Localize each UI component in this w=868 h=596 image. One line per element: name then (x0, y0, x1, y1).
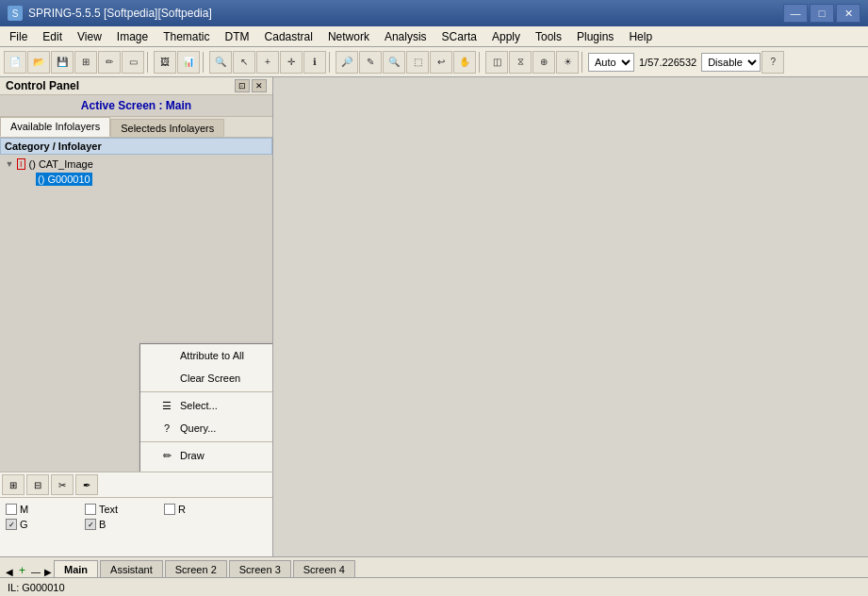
maximize-button[interactable]: □ (810, 4, 834, 23)
cb-r-box[interactable] (164, 504, 175, 515)
panel-float-button[interactable]: ⊡ (235, 79, 250, 92)
cb-text[interactable]: Text (85, 504, 160, 515)
tb-save[interactable]: 💾 (51, 51, 74, 74)
toolbar: 📄 📂 💾 ⊞ ✏ ▭ 🖼 📊 🔍 ↖ + ✛ ℹ 🔎 ✎ 🔍 ⬚ ↩ ✋ ◫ … (0, 47, 868, 77)
tb-back[interactable]: ↩ (430, 51, 452, 74)
expand-icon[interactable]: ▼ (2, 159, 17, 169)
query-icon: ? (159, 421, 174, 436)
tb-open[interactable]: 📂 (27, 51, 50, 74)
node-icon: I (17, 158, 25, 170)
cb-g-label: G (20, 519, 28, 530)
ctx-attribute-to-all[interactable]: Attribute to All (140, 344, 272, 367)
tree-node-cat-image[interactable]: ▼ I () CAT_Image (2, 157, 270, 172)
menu-edit[interactable]: Edit (35, 26, 70, 46)
tb-zoom-out[interactable]: 🔍 (383, 51, 405, 74)
ctx-draw[interactable]: ✏ Draw (140, 444, 272, 467)
tb-new[interactable]: 📄 (4, 51, 26, 74)
status-bar: ◀ + — ▶ Main Assistant Screen 2 Screen 3… (0, 556, 868, 577)
panel-close-button[interactable]: ✕ (252, 79, 267, 92)
tb-sun[interactable]: ☀ (556, 51, 579, 74)
menu-scarta[interactable]: SCarta (434, 26, 484, 46)
ctx-sep-1 (140, 391, 272, 392)
tb-map[interactable]: ⊕ (532, 51, 555, 74)
menu-view[interactable]: View (70, 26, 109, 46)
menu-analysis[interactable]: Analysis (377, 26, 434, 46)
app-icon: S (8, 6, 23, 21)
cb-b[interactable]: ✓ B (85, 519, 160, 530)
btm-btn-3[interactable]: ✂ (51, 474, 74, 495)
tb-rect[interactable]: ▭ (122, 51, 144, 74)
nav-right[interactable]: ▶ (42, 567, 54, 577)
cb-text-label: Text (99, 504, 118, 515)
screen-tab-screen2[interactable]: Screen 2 (165, 560, 227, 577)
menu-apply[interactable]: Apply (484, 26, 528, 46)
close-button[interactable]: ✕ (836, 4, 860, 23)
add-screen-button[interactable]: + (15, 564, 29, 577)
cb-b-box[interactable]: ✓ (85, 519, 96, 530)
tb-grid[interactable]: ⊞ (74, 51, 97, 74)
tb-layers[interactable]: ◫ (485, 51, 508, 74)
ctx-select[interactable]: ☰ Select... (140, 394, 272, 417)
menu-cadastral[interactable]: Cadastral (257, 26, 320, 46)
menu-thematic[interactable]: Thematic (156, 26, 217, 46)
tb-zoom-in[interactable]: 🔍 (209, 51, 232, 74)
cb-g-box[interactable]: ✓ (6, 519, 17, 530)
menu-bar: File Edit View Image Thematic DTM Cadast… (0, 26, 868, 47)
cb-text-box[interactable] (85, 504, 96, 515)
cb-r[interactable]: R (164, 504, 239, 515)
ctx-legend[interactable]: ▦ Legend... (140, 467, 272, 472)
minimize-button[interactable]: — (783, 4, 808, 23)
menu-dtm[interactable]: DTM (218, 26, 257, 46)
nav-left[interactable]: ◀ (4, 567, 15, 577)
scale-select[interactable]: Auto (588, 53, 634, 72)
tb-pencil[interactable]: ✏ (98, 51, 121, 74)
menu-image[interactable]: Image (109, 26, 156, 46)
menu-plugins[interactable]: Plugins (569, 26, 621, 46)
tab-available-infolayers[interactable]: Available Infolayers (0, 117, 110, 137)
menu-tools[interactable]: Tools (528, 26, 569, 46)
attribute-icon (159, 348, 174, 363)
screen-tab-main[interactable]: Main (54, 560, 98, 577)
btm-btn-1[interactable]: ⊞ (2, 474, 25, 495)
canvas-area[interactable] (273, 77, 868, 556)
screen-tab-screen4[interactable]: Screen 4 (293, 560, 355, 577)
tab-selected-infolayers[interactable]: Selecteds Infolayers (110, 119, 224, 137)
node-label-cat-image: () CAT_Image (27, 157, 95, 171)
tb-plus[interactable]: + (256, 51, 279, 74)
screen-tab-assistant[interactable]: Assistant (100, 560, 163, 577)
ctx-clear-screen[interactable]: Clear Screen (140, 367, 272, 389)
tree-area[interactable]: ▼ I () CAT_Image () G000010 Attribute to… (0, 155, 272, 472)
tb-search-plus[interactable]: 🔎 (336, 51, 358, 74)
menu-help[interactable]: Help (621, 26, 660, 46)
nav-dash[interactable]: — (29, 567, 42, 577)
screen-tab-screen3[interactable]: Screen 3 (229, 560, 291, 577)
tb-cross[interactable]: ✛ (280, 51, 303, 74)
bottom-panel: ⊞ ⊟ ✂ ✒ M Text R ✓ (0, 472, 273, 556)
cb-m[interactable]: M (6, 504, 81, 515)
btm-btn-2[interactable]: ⊟ (26, 474, 49, 495)
panel-title: Control Panel (6, 79, 79, 92)
tree-node-g000010[interactable]: () G000010 (21, 172, 270, 187)
menu-network[interactable]: Network (320, 26, 377, 46)
disable-select[interactable]: Disable (701, 53, 761, 72)
draw-icon: ✏ (159, 448, 174, 463)
tb-info[interactable]: ℹ (303, 51, 326, 74)
btm-btn-4[interactable]: ✒ (75, 474, 98, 495)
cb-g[interactable]: ✓ G (6, 519, 81, 530)
tb-chart[interactable]: 📊 (177, 51, 200, 74)
cb-r-label: R (178, 504, 186, 515)
ctx-query[interactable]: ? Query... (140, 417, 272, 439)
tb-hand[interactable]: ✋ (453, 51, 476, 74)
tb-help[interactable]: ? (762, 51, 784, 74)
select-icon: ☰ (159, 398, 174, 413)
tb-zoom-all[interactable]: ⬚ (406, 51, 429, 74)
menu-file[interactable]: File (2, 26, 35, 46)
tb-filter[interactable]: ⧖ (509, 51, 532, 74)
tb-cursor[interactable]: ↖ (233, 51, 255, 74)
tb-img[interactable]: 🖼 (154, 51, 176, 74)
cb-m-box[interactable] (6, 504, 17, 515)
panel-header: Control Panel ⊡ ✕ (0, 77, 272, 95)
tb-edit[interactable]: ✎ (359, 51, 382, 74)
node-label-g000010[interactable]: () G000010 (36, 173, 92, 186)
expand-icon-child (21, 174, 36, 184)
